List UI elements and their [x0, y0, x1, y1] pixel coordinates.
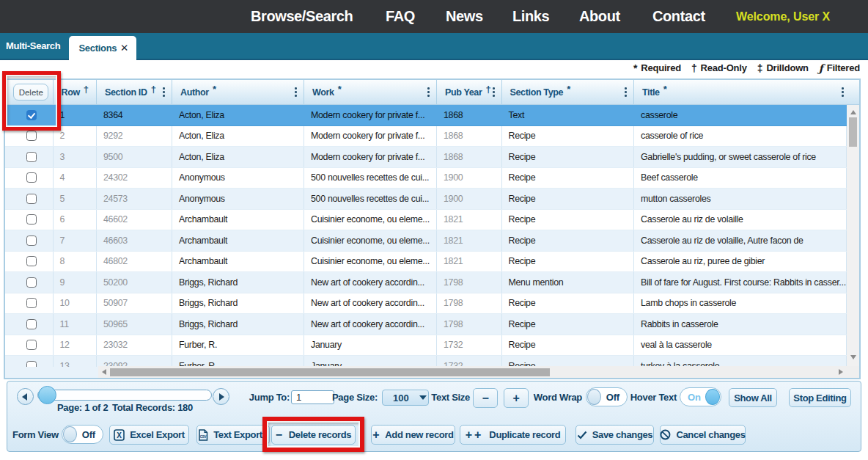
row-checkbox[interactable] [26, 340, 37, 350]
cell-author[interactable]: Briggs, Richard [172, 293, 304, 314]
cell-work[interactable]: New art of cookery accordin... [304, 314, 437, 335]
hover-text-toggle[interactable]: On [680, 387, 721, 406]
cancel-changes-button[interactable]: Cancel changes [660, 425, 746, 445]
row-checkbox[interactable] [26, 131, 37, 141]
cell-type[interactable]: Menu mention [502, 272, 635, 293]
cell-work[interactable]: New art of cookery accordin... [304, 272, 437, 293]
horizontal-scrollbar[interactable] [98, 366, 847, 378]
cell-author[interactable]: Archambault [172, 230, 304, 251]
cell-work[interactable]: Cuisinier econome, ou eleme... [304, 230, 437, 251]
cell-title[interactable]: casserole of rice [634, 126, 847, 147]
column-menu-icon[interactable] [842, 87, 844, 97]
cell-type[interactable]: Recipe [502, 126, 635, 147]
header-cell-title[interactable]: Title* [634, 80, 859, 104]
cell-title[interactable]: veal à la casserole [634, 335, 847, 356]
nav-item-about[interactable]: About [579, 0, 620, 33]
table-row[interactable]: 424302Anonymous500 nouvelles recettes de… [5, 168, 859, 189]
scroll-down-icon[interactable] [850, 355, 856, 359]
cell-type[interactable]: Recipe [502, 210, 635, 230]
column-menu-icon[interactable] [163, 87, 165, 97]
cell-type[interactable]: Recipe [502, 168, 635, 189]
nav-item-news[interactable]: News [446, 0, 483, 33]
excel-export-button[interactable]: X Excel Export [109, 425, 189, 445]
cell-title[interactable]: Bill of fare for August. First course: R… [634, 272, 847, 293]
cell-type[interactable]: Recipe [502, 147, 635, 167]
column-menu-icon[interactable] [427, 87, 430, 97]
row-checkbox[interactable] [26, 236, 37, 246]
cell-author[interactable]: Archambault [172, 210, 304, 230]
table-row[interactable]: 1150965Briggs, RichardNew art of cookery… [5, 314, 859, 335]
cell-title[interactable]: Beef casserole [634, 168, 847, 189]
cell-title[interactable]: Casserole au riz, puree de gibier [634, 252, 847, 272]
cell-work[interactable]: New art of cookery accordin... [304, 293, 437, 314]
page-slider[interactable] [37, 390, 212, 401]
table-row[interactable]: 950200Briggs, RichardNew art of cookery … [5, 272, 859, 293]
cell-work[interactable]: Modern cookery for private f... [304, 147, 437, 167]
column-menu-icon[interactable] [295, 87, 297, 97]
row-checkbox[interactable] [26, 319, 37, 329]
cell-type[interactable]: Recipe [502, 252, 635, 272]
cell-author[interactable]: Acton, Eliza [172, 105, 304, 125]
text-export-button[interactable]: CSV Text Export [196, 425, 270, 445]
form-view-toggle[interactable]: Off [62, 425, 103, 444]
vertical-scrollbar-thumb[interactable] [849, 117, 857, 147]
prev-page-button[interactable] [17, 388, 34, 405]
stop-editing-button[interactable]: Stop Editing [789, 388, 851, 407]
page-slider-knob[interactable] [38, 386, 56, 404]
horizontal-scrollbar-thumb[interactable] [110, 368, 550, 376]
row-checkbox[interactable] [26, 194, 37, 204]
row-checkbox[interactable] [26, 298, 37, 308]
cell-work[interactable]: January [304, 335, 437, 356]
header-cell-pub-year[interactable]: Pub Year† [437, 80, 502, 104]
header-cell-work[interactable]: Work* [304, 80, 437, 104]
save-changes-button[interactable]: Save changes [575, 425, 654, 445]
cell-type[interactable]: Recipe [502, 314, 635, 335]
cell-title[interactable]: Rabbits in casserole [634, 314, 847, 335]
cell-author[interactable]: Archambault [172, 252, 304, 272]
row-checkbox[interactable] [26, 214, 37, 224]
table-row[interactable]: 524573Anonymous500 nouvelles recettes de… [5, 189, 859, 210]
row-checkbox[interactable] [26, 277, 37, 288]
cell-author[interactable]: Briggs, Richard [172, 272, 304, 293]
cell-work[interactable]: 500 nouvelles recettes de cui... [304, 189, 437, 209]
header-cell-row[interactable]: Row† [54, 80, 98, 104]
cell-author[interactable]: Briggs, Richard [172, 314, 304, 335]
vertical-scrollbar[interactable] [847, 105, 859, 366]
cell-type[interactable]: Recipe [502, 335, 635, 356]
row-checkbox-checked[interactable] [26, 110, 37, 120]
header-cell-section-id[interactable]: Section ID† [97, 80, 172, 104]
table-row[interactable]: 846802ArchambaultCuisinier econome, ou e… [5, 252, 859, 273]
cell-work[interactable]: Cuisinier econome, ou eleme... [304, 210, 437, 230]
nav-item-browse-search[interactable]: Browse/Search [251, 0, 353, 33]
scroll-left-icon[interactable] [102, 369, 106, 375]
nav-item-contact[interactable]: Contact [652, 0, 705, 33]
cell-type[interactable]: Recipe [502, 293, 635, 314]
add-new-record-button[interactable]: + Add new record [371, 425, 455, 445]
tab-sections[interactable]: Sections ✕ [69, 36, 136, 60]
delete-column-button[interactable]: Delete [13, 84, 48, 101]
cell-author[interactable]: Anonymous [172, 168, 304, 189]
nav-item-links[interactable]: Links [512, 0, 549, 33]
table-row[interactable]: 1223032Furber, R.January1732Recipeveal à… [5, 335, 859, 357]
cell-type[interactable]: Recipe [502, 230, 635, 251]
header-cell-section-type[interactable]: Section Type* [502, 80, 635, 104]
row-checkbox[interactable] [26, 152, 37, 162]
cell-work[interactable]: Modern cookery for private f... [304, 126, 437, 147]
cell-author[interactable]: Furber, R. [172, 335, 304, 356]
cell-author[interactable]: Acton, Eliza [172, 126, 304, 147]
table-row[interactable]: 1050907Briggs, RichardNew art of cookery… [5, 293, 859, 315]
text-size-decrease-button[interactable]: − [473, 388, 498, 408]
cell-title[interactable]: casserole [634, 105, 847, 125]
show-all-button[interactable]: Show All [729, 388, 777, 407]
scroll-right-icon[interactable] [839, 369, 843, 375]
cell-title[interactable]: Lamb chops in casserole [634, 293, 847, 314]
nav-item-faq[interactable]: FAQ [386, 0, 415, 33]
scroll-up-icon[interactable] [850, 110, 856, 114]
table-row[interactable]: 746603ArchambaultCuisinier econome, ou e… [5, 230, 859, 252]
row-checkbox[interactable] [26, 256, 37, 266]
table-row[interactable]: 29292Acton, ElizaModern cookery for priv… [5, 126, 859, 147]
delete-records-button[interactable]: − Delete records [271, 425, 356, 445]
tab-close-icon[interactable]: ✕ [120, 43, 128, 54]
cell-work[interactable]: Modern cookery for private f... [304, 105, 437, 125]
cell-type[interactable]: Text [502, 105, 635, 125]
